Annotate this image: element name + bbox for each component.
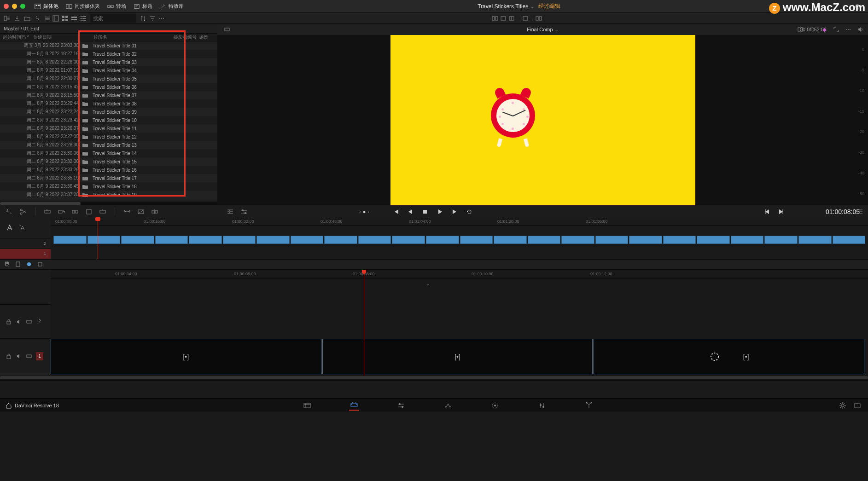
upper-clip[interactable] bbox=[833, 236, 866, 244]
media-list[interactable]: 周五 3月 25 2022 23:03:38Travel Sticker Tit… bbox=[0, 41, 217, 202]
upper-playhead[interactable] bbox=[98, 218, 98, 259]
first-frame-button[interactable] bbox=[391, 208, 400, 216]
view-list[interactable] bbox=[79, 14, 87, 23]
text-tool-A[interactable] bbox=[6, 224, 14, 233]
viewer-dual[interactable] bbox=[535, 14, 543, 23]
media-row[interactable]: 周二 8月 9 2022 01:07:19Travel Sticker Titl… bbox=[0, 66, 217, 75]
effects-tab[interactable]: 特效库 bbox=[156, 0, 187, 13]
insert-append[interactable] bbox=[57, 207, 66, 216]
view-thumb[interactable] bbox=[61, 14, 69, 23]
upper-clip[interactable] bbox=[764, 236, 798, 244]
project-manager-button[interactable] bbox=[852, 400, 862, 411]
timeline-options[interactable] bbox=[239, 207, 249, 216]
upper-clip[interactable] bbox=[460, 236, 493, 244]
media-row[interactable]: 周二 8月 9 2022 23:20:44Travel Sticker Titl… bbox=[0, 99, 217, 108]
window-traffic-lights[interactable] bbox=[4, 4, 25, 9]
viewer-menu[interactable] bbox=[844, 25, 852, 34]
upper-clip[interactable] bbox=[595, 236, 629, 244]
prev-frame-button[interactable] bbox=[406, 208, 414, 216]
jog-dot[interactable]: ● bbox=[363, 209, 366, 214]
project-title[interactable]: Travel Stickers Titles ⌄ bbox=[478, 3, 535, 10]
link-button[interactable] bbox=[33, 14, 41, 23]
import-folder-button[interactable] bbox=[23, 14, 31, 23]
upper-clip[interactable] bbox=[291, 236, 324, 244]
viewer-audio[interactable] bbox=[856, 25, 864, 34]
media-pool-tab[interactable]: 媒体池 bbox=[31, 0, 62, 13]
upper-clip[interactable] bbox=[223, 236, 256, 244]
upper-clip[interactable] bbox=[561, 236, 594, 244]
media-row[interactable]: 周二 8月 9 2022 23:37:28Travel Sticker Titl… bbox=[0, 191, 217, 199]
mark-in-button[interactable] bbox=[763, 208, 771, 216]
upper-clip[interactable] bbox=[53, 236, 87, 244]
view-strip[interactable] bbox=[70, 14, 78, 23]
viewer-expand[interactable] bbox=[832, 25, 840, 34]
mark-out-button[interactable] bbox=[777, 208, 785, 216]
upper-ruler[interactable]: 01:00:00:0001:00:16:0001:00:32:0001:00:4… bbox=[51, 218, 868, 226]
tool-scissors[interactable] bbox=[18, 207, 28, 216]
lower-ruler[interactable]: 01:00:04:0001:00:06:0001:00:08:0001:00:1… bbox=[51, 270, 868, 279]
sort-button[interactable] bbox=[139, 14, 147, 23]
edit-page-tab[interactable] bbox=[396, 400, 406, 411]
lower-h-scrollbar[interactable] bbox=[0, 376, 868, 380]
viewer-timecode-right[interactable]: 01:00:08:05 bbox=[826, 208, 860, 215]
fusion-page-tab[interactable] bbox=[443, 400, 453, 411]
link-tool[interactable] bbox=[15, 261, 21, 268]
lower-clip[interactable]: [•] bbox=[51, 339, 321, 374]
viewer-opt2[interactable] bbox=[499, 14, 507, 23]
media-row[interactable]: 周二 8月 9 2022 23:15:50Travel Sticker Titl… bbox=[0, 91, 217, 99]
lower-playhead[interactable] bbox=[364, 270, 364, 376]
search-input[interactable] bbox=[90, 14, 136, 23]
stop-button[interactable] bbox=[421, 208, 429, 216]
insert-ripple[interactable] bbox=[70, 207, 80, 216]
upper-clip[interactable] bbox=[494, 236, 527, 244]
dissolve-btn[interactable] bbox=[136, 207, 146, 216]
track-v1-clips[interactable]: [•][•][•] bbox=[51, 339, 864, 374]
media-row[interactable]: 周二 8月 9 2022 23:35:19Travel Sticker Titl… bbox=[0, 174, 217, 182]
media-row[interactable]: 周二 8月 9 2022 23:36:45Travel Sticker Titl… bbox=[0, 182, 217, 191]
media-row[interactable]: 周二 8月 9 2022 22:30:27Travel Sticker Titl… bbox=[0, 75, 217, 83]
upper-clip[interactable] bbox=[121, 236, 154, 244]
upper-clip[interactable] bbox=[155, 236, 188, 244]
upper-clips-row[interactable] bbox=[53, 236, 865, 244]
menu-button[interactable] bbox=[157, 14, 166, 23]
viewer-safe-area[interactable] bbox=[796, 25, 804, 34]
upper-clip[interactable] bbox=[528, 236, 561, 244]
media-row[interactable]: 周二 8月 9 2022 23:22:24Travel Sticker Titl… bbox=[0, 108, 217, 116]
viewer-single[interactable] bbox=[521, 14, 530, 23]
lock-icon[interactable] bbox=[6, 319, 12, 325]
marker-tool[interactable] bbox=[26, 261, 32, 268]
audio-icon[interactable] bbox=[16, 353, 22, 359]
viewer-opt1[interactable] bbox=[491, 14, 499, 23]
lower-clip[interactable]: [•] bbox=[322, 339, 593, 374]
cut-page-tab[interactable] bbox=[349, 400, 359, 411]
fairlight-page-tab[interactable] bbox=[537, 400, 547, 411]
upper-clip[interactable] bbox=[798, 236, 832, 244]
filter-button[interactable] bbox=[148, 14, 157, 23]
transition-btn[interactable] bbox=[122, 207, 132, 216]
color-page-tab[interactable] bbox=[490, 400, 500, 411]
media-page-tab[interactable] bbox=[302, 400, 312, 411]
upper-clip[interactable] bbox=[629, 236, 662, 244]
media-row[interactable]: 周二 8月 9 2022 23:26:07Travel Sticker Titl… bbox=[0, 124, 217, 133]
media-row[interactable]: 周一 8月 8 2022 22:26:00Travel Sticker Titl… bbox=[0, 58, 217, 66]
upper-clip[interactable] bbox=[426, 236, 459, 244]
upper-clip[interactable] bbox=[87, 236, 121, 244]
viewer-bypass[interactable] bbox=[808, 25, 816, 34]
track-v1-header[interactable]: 1 bbox=[0, 339, 51, 373]
clips-view[interactable] bbox=[226, 207, 235, 216]
project-settings-button[interactable] bbox=[838, 400, 848, 411]
media-row[interactable]: 周二 8月 9 2022 23:15:42Travel Sticker Titl… bbox=[0, 83, 217, 91]
options-button[interactable] bbox=[43, 14, 52, 23]
upper-clip[interactable] bbox=[392, 236, 425, 244]
media-row[interactable]: 周一 8月 8 2022 18:27:16Travel Sticker Titl… bbox=[0, 50, 217, 58]
text-tool-a[interactable] bbox=[18, 224, 27, 233]
upper-clip[interactable] bbox=[731, 236, 764, 244]
media-row[interactable]: 周二 8月 9 2022 23:27:05Travel Sticker Titl… bbox=[0, 133, 217, 141]
play-button[interactable] bbox=[436, 208, 444, 216]
insert-source[interactable] bbox=[84, 207, 93, 216]
flag-tool[interactable] bbox=[37, 261, 43, 268]
jog-prev[interactable]: ‹ bbox=[359, 209, 361, 214]
magnet-tool[interactable] bbox=[4, 261, 10, 268]
viewer-opt3[interactable] bbox=[507, 14, 516, 23]
viewer-left-icon[interactable] bbox=[223, 25, 231, 34]
